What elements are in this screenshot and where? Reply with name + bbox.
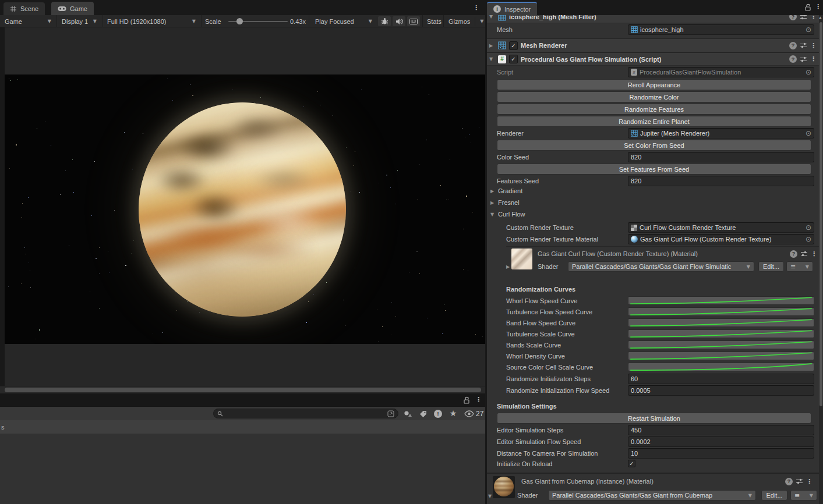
material-preview-thumbnail[interactable] [493,476,515,498]
presets-icon[interactable] [800,56,807,63]
check-icon: ✓ [511,42,515,49]
turbulence-scale-curve-field[interactable] [628,329,814,338]
foldout-fresnel[interactable]: ▶ Fresnel [490,199,520,206]
resolution-dropdown[interactable]: Full HD (1920x1080) ▼ [104,15,199,27]
randomize-flow-speed-input[interactable]: 0.0005 [628,385,814,396]
play-focused-dropdown[interactable]: Play Focused ▼ [312,15,376,27]
scrollbar-thumb[interactable] [5,388,481,392]
renderer-object-field[interactable]: Jupiter (Mesh Renderer) ⊙ [628,128,814,139]
unlock-icon[interactable] [804,3,811,11]
object-picker-icon[interactable]: ⊙ [806,224,811,231]
debug-bug-button[interactable] [378,16,391,26]
chevron-down-icon: ▼ [806,264,809,269]
source-color-cell-scale-curve-field[interactable] [628,363,814,371]
tab-inspector[interactable]: i Inspector [487,2,537,15]
help-icon[interactable]: ? [789,55,797,63]
game-mode-dropdown[interactable]: Game ▼ [1,15,55,27]
chevron-down-icon: ▼ [810,493,813,498]
material-properties-menu-button[interactable]: ≡ ▼ [786,261,813,272]
custom-render-texture-material-field[interactable]: Gas Giant Curl Flow (Custom Render Textu… [628,234,814,244]
turbulence-flow-speed-curve-field[interactable] [628,307,814,316]
bands-scale-curve-field[interactable] [628,340,814,349]
component-menu-icon[interactable]: ⋮ [810,55,817,63]
filter-by-type-button[interactable] [402,409,414,419]
unity-editor-window: Scene Game ⋮ Game ▼ Display 1 ▼ Full HD … [0,0,823,504]
open-search-window-icon[interactable] [387,410,394,417]
restart-simulation-button[interactable]: Restart Simulation [497,413,811,424]
tab-scene[interactable]: Scene [3,2,45,15]
foldout-expanded-icon[interactable]: ▼ [489,56,495,62]
material-preview-thumbnail[interactable] [511,249,532,269]
script-object-field[interactable]: # ProceduralGasGiantFlowSimulation ⊙ [628,67,814,77]
randomize-color-button[interactable]: Randomize Color [497,91,811,102]
object-picker-icon[interactable]: ⊙ [806,236,811,243]
search-input[interactable] [213,409,398,418]
shader-edit-button[interactable]: Edit... [761,490,787,501]
whorl-density-curve-field[interactable] [628,352,814,360]
editor-simulation-flow-speed-input[interactable]: 0.0002 [628,436,814,447]
material-menu-icon[interactable]: ⋮ [806,478,813,485]
unlock-icon[interactable] [463,396,470,404]
inspector-scrollbar[interactable]: ▲ [819,15,823,504]
presets-icon[interactable] [800,42,807,49]
gizmos-dropdown[interactable]: Gizmos ▼ [445,15,487,27]
reroll-appearance-button[interactable]: Reroll Appearance [497,79,811,90]
custom-render-texture-field[interactable]: Curl Flow Custom Render Texture ⊙ [628,222,814,233]
color-seed-input[interactable]: 820 [628,152,814,162]
randomize-entire-planet-button[interactable]: Randomize Entire Planet [497,116,811,127]
presets-icon[interactable] [796,478,803,485]
set-color-from-seed-button[interactable]: Set Color From Seed [497,140,811,151]
material-foldout-icon[interactable]: ▼ [488,494,494,499]
features-seed-input[interactable]: 820 [628,176,814,186]
distance-to-camera-input[interactable]: 10 [628,448,814,459]
game-horizontal-scrollbar[interactable] [0,386,485,393]
component-header-script: ▼ # ✓ Procedural Gas Giant Flow Simulati… [487,52,819,66]
scale-slider[interactable] [228,21,288,22]
foldout-collapsed-icon[interactable]: ▶ [489,43,495,48]
scale-slider-thumb[interactable] [236,18,243,24]
tab-game[interactable]: Game [51,2,94,15]
band-flow-speed-curve-field[interactable] [628,318,814,327]
object-picker-icon[interactable]: ⊙ [806,69,811,76]
filter-by-label-button[interactable] [417,409,429,419]
stats-button[interactable]: Stats [423,15,445,27]
bottom-panel-menu-icon[interactable]: ⋮ [475,396,482,403]
game-render-view[interactable] [5,74,485,344]
scene-visibility-toggle[interactable]: 27 [464,409,483,419]
randomize-features-button[interactable]: Randomize Features [497,104,811,115]
check-icon: ✓ [629,460,634,467]
filter-by-log-type-button[interactable]: ! [432,409,444,419]
help-icon[interactable]: ? [785,478,793,485]
help-icon[interactable]: ? [790,250,797,258]
game-viewport[interactable] [0,27,485,386]
shader-dropdown[interactable]: Parallel Cascades/Gas Giants/Gas Giant F… [568,261,754,272]
mesh-object-field[interactable]: icosphere_high ⊙ [628,24,814,35]
material-menu-icon[interactable]: ⋮ [811,250,817,258]
component-menu-icon[interactable]: ⋮ [810,42,817,49]
editor-simulation-steps-input[interactable]: 450 [628,425,814,435]
display-dropdown[interactable]: Display 1 ▼ [58,15,100,27]
presets-icon[interactable] [800,250,808,257]
component-enabled-checkbox[interactable]: ✓ [509,41,518,50]
inspector-menu-icon[interactable]: ⋮ [815,3,821,10]
list-item[interactable]: s [0,420,485,434]
favorites-button[interactable]: ★ [447,408,459,418]
scrollbar-thumb[interactable] [820,22,822,406]
initialize-on-reload-checkbox[interactable]: ✓ [628,460,635,467]
material-foldout-icon[interactable]: ▶ [506,264,512,269]
material-properties-menu-button[interactable]: ≡ ▼ [790,490,817,501]
help-icon[interactable]: ? [789,42,797,49]
shader-dropdown[interactable]: Parallel Cascades/Gas Giants/Gas Giant f… [548,490,756,501]
object-picker-icon[interactable]: ⊙ [806,130,811,137]
component-enabled-checkbox[interactable]: ✓ [509,55,518,63]
foldout-curl-flow[interactable]: ▼ Curl Flow [490,211,525,218]
object-picker-icon[interactable]: ⊙ [806,26,811,33]
onscreen-keyboard-button[interactable] [407,16,420,26]
foldout-gradient[interactable]: ▶ Gradient [490,187,522,194]
set-features-from-seed-button[interactable]: Set Features From Seed [497,164,811,175]
whorl-flow-speed-curve-field[interactable] [628,296,814,305]
shader-edit-button[interactable]: Edit... [758,261,784,272]
mute-audio-button[interactable] [393,16,405,26]
randomize-steps-input[interactable]: 60 [628,374,814,384]
game-panel-menu-icon[interactable]: ⋮ [473,4,479,12]
